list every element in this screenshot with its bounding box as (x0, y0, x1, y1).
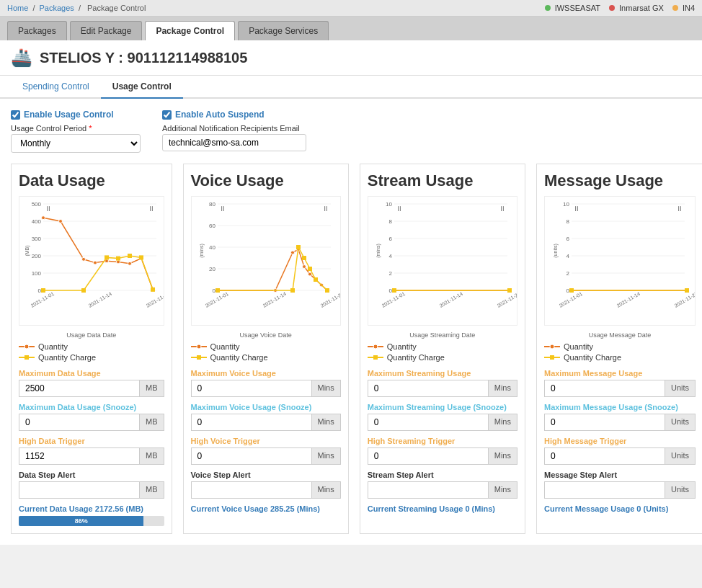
svg-text:2021-11-14: 2021-11-14 (87, 291, 112, 308)
stream-max-input[interactable] (368, 380, 488, 397)
svg-rect-31 (151, 288, 155, 292)
message-max-input-row: Units (544, 380, 696, 397)
section-voice: Voice Usage806040200(mins)2021-11-012021… (183, 164, 349, 534)
voice-step-unit: Mins (311, 481, 341, 499)
tab-edit-package[interactable]: Edit Package (70, 21, 143, 40)
svg-text:⏸: ⏸ (322, 205, 329, 213)
enable-auto-suspend-checkbox[interactable]: Enable Auto Suspend (162, 110, 306, 120)
svg-text:4: 4 (388, 253, 392, 259)
status-indicators: IWSSEASAT Inmarsat GX IN4 (545, 4, 695, 12)
svg-rect-64 (302, 256, 306, 260)
svg-point-17 (58, 220, 62, 223)
svg-text:⏸: ⏸ (148, 205, 155, 213)
data-trigger-input-row: MB (19, 447, 164, 465)
voice-snooze-group: Maximum Voice Usage (Snooze)Mins (191, 403, 341, 431)
period-select[interactable]: Monthly Weekly Daily (11, 134, 141, 153)
svg-text:(mins): (mins) (199, 244, 205, 257)
message-snooze-unit: Units (665, 414, 696, 431)
stream-chart-svg: 1086420(mins)2021-11-012021-11-142021-11… (374, 197, 511, 305)
stream-step-input[interactable] (368, 481, 488, 499)
breadcrumb-current: Package Control (87, 4, 146, 12)
dot-iwsseasat (545, 5, 551, 11)
svg-rect-67 (325, 288, 329, 293)
voice-trigger-input[interactable] (191, 447, 311, 465)
svg-text:2021-11-01: 2021-11-01 (381, 291, 406, 308)
svg-text:10: 10 (563, 201, 569, 208)
ship-icon: 🚢 (11, 48, 32, 68)
status-iwsseasat: IWSSEASAT (545, 4, 600, 12)
voice-current-usage: Current Voice Usage 285.25 (Mins) (191, 504, 341, 513)
svg-point-71 (197, 344, 201, 349)
svg-text:6: 6 (567, 236, 570, 242)
stream-step-group: Stream Step AlertMins (368, 471, 517, 499)
message-snooze-input-row: Units (544, 414, 696, 431)
svg-text:40: 40 (209, 244, 216, 251)
tab-package-services[interactable]: Package Services (238, 21, 329, 40)
voice-step-input[interactable] (191, 481, 311, 499)
message-max-input[interactable] (544, 380, 665, 397)
enable-usage-control-input[interactable] (11, 110, 20, 120)
svg-text:8: 8 (567, 218, 570, 225)
svg-text:0: 0 (567, 288, 570, 294)
svg-text:10: 10 (386, 201, 392, 208)
svg-rect-65 (308, 267, 312, 271)
svg-text:0: 0 (212, 288, 216, 294)
breadcrumb-home[interactable]: Home (7, 4, 28, 12)
svg-rect-66 (314, 277, 318, 282)
svg-text:⏸: ⏸ (45, 205, 52, 213)
tab-spending-control[interactable]: Spending Control (11, 76, 101, 99)
voice-step-input-row: Mins (191, 481, 341, 499)
tab-packages[interactable]: Packages (7, 21, 67, 40)
message-legend-charge: Quantity Charge (544, 353, 696, 362)
data-snooze-input-row: MB (19, 414, 164, 431)
data-snooze-label: Maximum Data Usage (Snooze) (19, 403, 164, 411)
svg-text:2021-11-01: 2021-11-01 (558, 291, 583, 308)
main-content: Enable Usage Control Usage Control Perio… (0, 99, 702, 545)
control-group-right: Enable Auto Suspend Additional Notificat… (162, 110, 306, 151)
data-snooze-unit: MB (139, 414, 164, 431)
data-max-input[interactable] (19, 380, 139, 397)
svg-text:0: 0 (37, 288, 41, 294)
nav-tabs-bar: Packages Edit Package Package Control Pa… (0, 17, 702, 40)
data-trigger-group: High Data TriggerMB (19, 437, 164, 465)
svg-text:⏸: ⏸ (396, 205, 403, 213)
tab-usage-control[interactable]: Usage Control (101, 76, 183, 99)
voice-max-input[interactable] (191, 380, 311, 397)
stream-max-unit: Mins (488, 380, 517, 397)
stream-snooze-group: Maximum Streaming Usage (Snooze)Mins (368, 403, 517, 431)
message-max-label: Maximum Message Usage (544, 369, 696, 378)
message-step-input[interactable] (544, 481, 665, 499)
message-snooze-group: Maximum Message Usage (Snooze)Units (544, 403, 696, 431)
data-chart: 5004003002001000(MB)2021-11-012021-11-14… (19, 196, 164, 326)
svg-point-16 (41, 216, 45, 220)
breadcrumb: Home / Packages / Package Control (7, 4, 148, 12)
svg-text:2: 2 (567, 270, 570, 277)
voice-trigger-unit: Mins (311, 447, 341, 465)
voice-title: Voice Usage (191, 172, 341, 190)
stream-trigger-input[interactable] (368, 447, 488, 465)
svg-rect-118 (569, 288, 574, 293)
section-data: Data Usage5004003002001000(MB)2021-11-01… (11, 164, 172, 534)
svg-text:80: 80 (209, 201, 216, 208)
data-max-group: Maximum Data UsageMB (19, 369, 164, 397)
message-trigger-group: High Message TriggerUnits (544, 437, 696, 465)
message-x-label: Usage Message Date (544, 331, 696, 339)
breadcrumb-packages[interactable]: Packages (40, 4, 74, 12)
message-trigger-input[interactable] (544, 447, 665, 465)
voice-trigger-input-row: Mins (191, 447, 341, 465)
data-max-input-row: MB (19, 380, 164, 397)
data-step-input[interactable] (19, 481, 139, 499)
data-snooze-input[interactable] (19, 414, 139, 431)
stream-legend-charge: Quantity Charge (368, 353, 517, 362)
message-snooze-input[interactable] (544, 414, 665, 431)
data-x-label: Usage Data Date (19, 331, 164, 339)
enable-usage-control-checkbox[interactable]: Enable Usage Control (11, 110, 141, 120)
tab-package-control[interactable]: Package Control (145, 21, 235, 40)
enable-auto-suspend-input[interactable] (162, 110, 172, 120)
data-trigger-input[interactable] (19, 447, 139, 465)
svg-rect-30 (139, 255, 143, 259)
voice-snooze-input[interactable] (191, 414, 311, 431)
data-legend-quantity: Quantity (19, 342, 164, 351)
stream-snooze-input[interactable] (368, 414, 488, 431)
email-input[interactable] (162, 134, 306, 151)
